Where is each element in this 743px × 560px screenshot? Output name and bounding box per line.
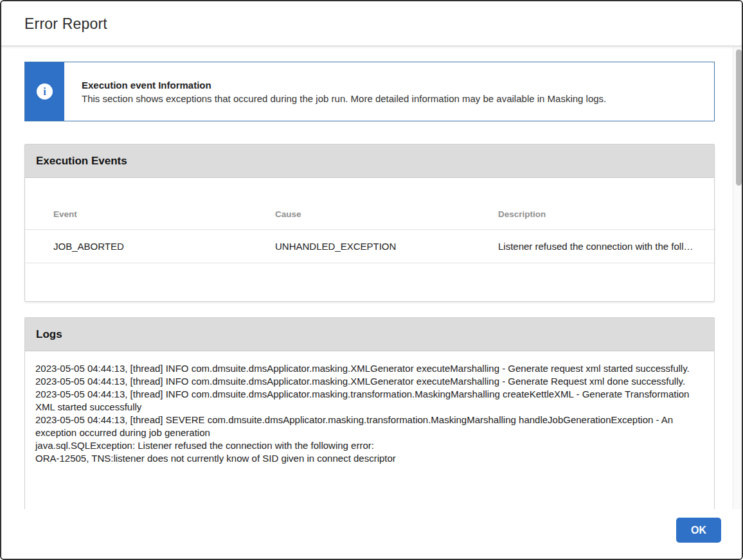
dialog-footer: OK <box>1 509 742 559</box>
log-line: 2023-05-05 04:44:13, [thread] INFO com.d… <box>35 362 701 375</box>
execution-events-section-title: Execution Events <box>25 144 714 178</box>
logs-section-title: Logs <box>25 318 714 351</box>
dialog-title: Error Report <box>24 15 107 33</box>
logs-panel: Logs 2023-05-05 04:44:13, [thread] INFO … <box>24 317 715 510</box>
log-line: 2023-05-05 04:44:13, [thread] SEVERE com… <box>35 414 701 439</box>
execution-events-panel: Execution Events Event Cause Description… <box>24 144 715 302</box>
info-banner: i Execution event Information This secti… <box>24 62 715 121</box>
dialog-header: Error Report <box>1 1 742 46</box>
error-report-dialog: Error Report i Execution event Informati… <box>0 0 743 560</box>
execution-events-table: Event Cause Description JOB_ABORTED UNHA… <box>25 178 714 263</box>
log-line: 2023-05-05 04:44:13, [thread] INFO com.d… <box>35 388 701 414</box>
vertical-scrollbar[interactable] <box>733 47 743 512</box>
dialog-body: i Execution event Information This secti… <box>1 47 743 512</box>
info-banner-title: Execution event Information <box>82 80 606 91</box>
ok-button[interactable]: OK <box>676 518 721 543</box>
log-line: ORA-12505, TNS:listener does not current… <box>35 452 701 465</box>
info-banner-text: Execution event Information This section… <box>64 62 619 121</box>
log-output: 2023-05-05 04:44:13, [thread] INFO com.d… <box>25 351 714 465</box>
info-banner-description: This section shows exceptions that occur… <box>82 93 606 104</box>
column-header-event: Event <box>53 209 275 219</box>
info-circle-icon: i <box>37 83 53 100</box>
log-line: java.sql.SQLException: Listener refused … <box>35 439 701 452</box>
table-header-row: Event Cause Description <box>25 178 714 230</box>
cell-event: JOB_ABORTED <box>53 241 275 252</box>
column-header-description: Description <box>498 209 701 219</box>
cell-cause: UNHANDLED_EXCEPTION <box>275 241 498 252</box>
log-line: 2023-05-05 04:44:13, [thread] INFO com.d… <box>35 375 701 388</box>
scrollbar-thumb[interactable] <box>736 49 742 186</box>
cell-description: Listener refused the connection with the… <box>498 241 701 252</box>
info-icon-cell: i <box>25 62 64 121</box>
table-row: JOB_ABORTED UNHANDLED_EXCEPTION Listener… <box>25 230 714 263</box>
column-header-cause: Cause <box>275 209 498 219</box>
